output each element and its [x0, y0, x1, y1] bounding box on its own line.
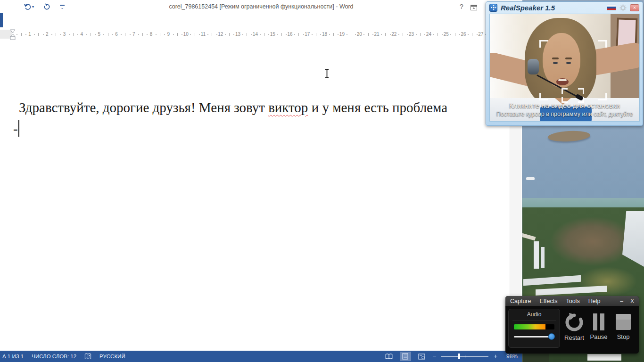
ruler-dot — [312, 34, 313, 35]
proofing-errors-icon[interactable] — [84, 353, 91, 360]
ruler-number: 12 — [218, 30, 223, 39]
ruler-dot — [17, 34, 17, 35]
indent-markers[interactable] — [9, 28, 16, 42]
ruler-row: 1234567891011121314151617181920212223242… — [0, 27, 510, 41]
ruler-dot — [450, 34, 451, 35]
ruler-tick — [316, 33, 316, 36]
ruler-tick — [73, 33, 74, 36]
wallpaper-building — [534, 241, 539, 269]
ruler-dot — [60, 34, 61, 35]
ruler-tick — [403, 33, 403, 36]
ruler-dot — [407, 34, 408, 35]
ruler-dot — [216, 34, 217, 35]
print-layout-icon — [402, 353, 408, 360]
ruler-tick — [91, 33, 91, 36]
volume-slider-thumb[interactable] — [548, 333, 555, 340]
pause-icon — [593, 313, 605, 331]
ruler-tick — [298, 33, 299, 36]
ruler-dot — [86, 34, 87, 35]
menu-effects[interactable]: Effects — [539, 298, 557, 304]
menu-tools[interactable]: Tools — [566, 298, 579, 304]
ruler-dot — [329, 34, 330, 35]
video-overlay-hint: Кликните на видео для остановки Поставьт… — [490, 101, 639, 118]
word-window: ▾ ⌄ corel_7986152454 [Режим ограниченной… — [0, 0, 522, 362]
settings-gear-icon[interactable] — [619, 4, 627, 11]
ruler-dot — [398, 34, 399, 35]
ruler-number: 17 — [305, 30, 310, 39]
audio-label: Audio — [509, 311, 560, 318]
screen: ▾ ⌄ corel_7986152454 [Режим ограниченной… — [0, 0, 644, 362]
recorder-minimize-button[interactable]: – — [620, 298, 623, 304]
ruler-tick — [142, 33, 143, 36]
ruler-dot — [433, 34, 434, 35]
overlay-line-1: Кликните на видео для остановки — [490, 101, 639, 110]
realspeaker-titlebar[interactable]: RealSpeaker 1.5 × — [486, 2, 643, 13]
webcam-video[interactable]: Кликните на видео для остановки Поставьт… — [489, 14, 640, 122]
stop-button[interactable]: Stop — [608, 313, 638, 340]
menu-capture[interactable]: Capture — [510, 298, 531, 304]
person-teeth — [558, 79, 567, 81]
language-flag-icon[interactable] — [607, 5, 616, 10]
ruler-tick — [195, 33, 195, 36]
headset-earcup — [528, 59, 539, 74]
ruler-band[interactable]: 1234567891011121314151617181920212223242… — [0, 30, 510, 39]
zoom-slider-thumb[interactable] — [458, 354, 460, 359]
language-indicator[interactable]: РУССКИЙ — [99, 354, 125, 359]
menu-help[interactable]: Help — [588, 298, 601, 304]
help-button[interactable]: ? — [457, 0, 466, 13]
wallpaper-building-row — [587, 354, 621, 361]
mouse-cursor-ibeam — [324, 69, 330, 80]
ruler-number: 26 — [461, 30, 466, 39]
status-left: А 1 ИЗ 1 ЧИСЛО СЛОВ: 12 РУССКИЙ — [0, 353, 125, 360]
document-page[interactable]: Здравствуйте, дорогие друзья! Меня зовут… — [0, 41, 510, 351]
ruler-dot — [381, 34, 382, 35]
ruler-dot — [173, 34, 174, 35]
ruler-dot — [320, 34, 321, 35]
status-bar: А 1 ИЗ 1 ЧИСЛО СЛОВ: 12 РУССКИЙ − + 98% — [0, 351, 522, 362]
ruler-dot — [103, 34, 104, 35]
page-indicator[interactable]: А 1 ИЗ 1 — [2, 354, 24, 359]
ribbon-display-options-button[interactable] — [471, 4, 477, 12]
ruler-dot — [43, 34, 44, 35]
ruler-number: 22 — [391, 30, 396, 39]
ruler-dot — [147, 34, 148, 35]
doc-text-before: Здравствуйте, дорогие друзья! Меня зовут — [19, 100, 268, 115]
word-count[interactable]: ЧИСЛО СЛОВ: 12 — [32, 354, 76, 359]
ruler-number: 1 — [28, 30, 31, 39]
ruler-tick — [420, 33, 421, 36]
ruler-dot — [242, 34, 243, 35]
read-mode-button[interactable] — [383, 352, 395, 361]
web-layout-icon — [418, 354, 425, 360]
ruler-dot — [303, 34, 304, 35]
text-caret — [18, 120, 19, 137]
ruler-dot — [347, 34, 347, 35]
restart-label: Restart — [564, 334, 584, 341]
web-layout-button[interactable] — [416, 352, 428, 361]
ruler-dot — [51, 34, 52, 35]
realspeaker-app-icon — [489, 4, 497, 12]
ruler-tick — [229, 33, 230, 36]
zoom-in-button[interactable]: + — [494, 354, 497, 359]
ruler-dot — [199, 34, 200, 35]
audio-level-meter — [514, 324, 554, 329]
ruler-number: 18 — [322, 30, 327, 39]
print-layout-button[interactable] — [400, 352, 411, 361]
ruler-dot — [156, 34, 157, 35]
ruler-number: 14 — [253, 30, 258, 39]
zoom-level[interactable]: 98% — [503, 353, 518, 360]
ruler-tick — [125, 33, 125, 36]
audio-separator — [512, 321, 556, 321]
stop-label: Stop — [617, 333, 630, 340]
realspeaker-close-button[interactable]: × — [630, 4, 639, 11]
restart-icon — [564, 313, 584, 332]
ruler-tick — [455, 33, 455, 36]
zoom-slider[interactable] — [441, 354, 488, 359]
document-line-1: Здравствуйте, дорогие друзья! Меня зовут… — [19, 100, 447, 115]
zoom-out-button[interactable]: − — [433, 354, 437, 359]
ruler-dot — [225, 34, 226, 35]
ruler-dot — [442, 34, 443, 35]
ruler-number: 3 — [63, 30, 66, 39]
ribbon-display-icon — [471, 5, 477, 10]
person-eye — [566, 62, 571, 64]
recorder-close-button[interactable]: X — [630, 298, 634, 304]
